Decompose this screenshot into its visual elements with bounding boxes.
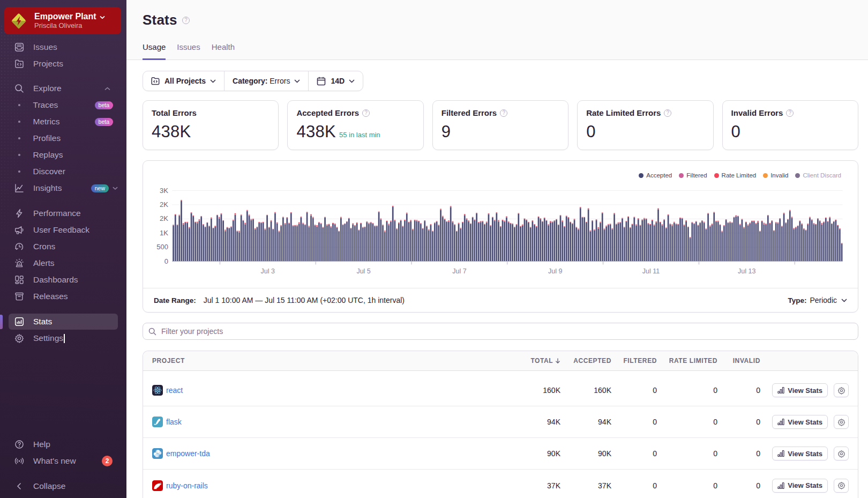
svg-text:500: 500 [156,243,168,251]
svg-text:2K: 2K [160,200,168,209]
svg-text:Jul 13: Jul 13 [738,267,755,275]
svg-text:0: 0 [164,257,168,265]
svg-text:Jul 11: Jul 11 [642,267,660,275]
svg-text:3K: 3K [160,187,168,195]
svg-text:1K: 1K [160,229,168,237]
svg-text:Jul 3: Jul 3 [261,267,275,275]
svg-text:Jul 7: Jul 7 [452,267,466,275]
svg-text:2K: 2K [160,214,168,222]
svg-text:Jul 5: Jul 5 [356,267,370,275]
svg-text:Jul 9: Jul 9 [548,267,562,275]
